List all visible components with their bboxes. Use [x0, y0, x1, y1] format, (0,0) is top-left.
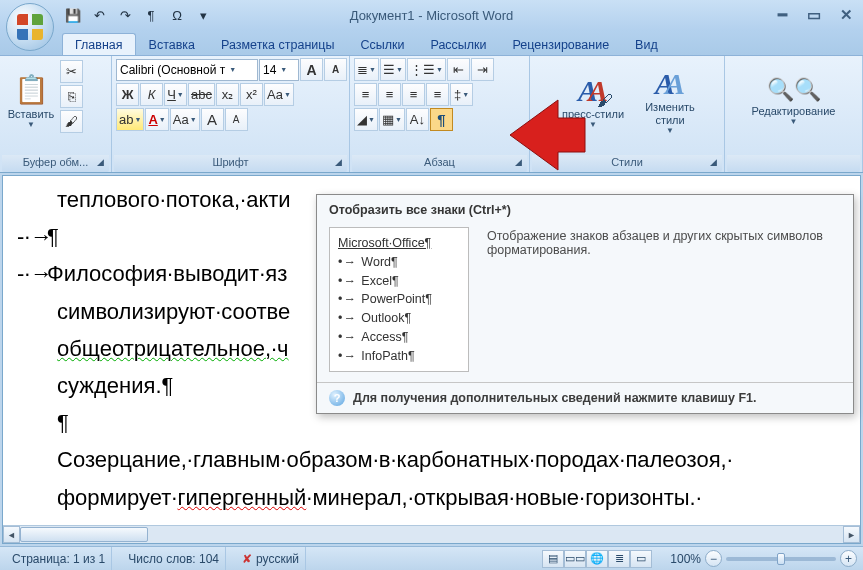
zoom-in-button[interactable]: +	[840, 550, 857, 567]
chevron-down-icon: ▼	[27, 120, 35, 129]
tab-insert[interactable]: Вставка	[136, 33, 208, 55]
view-draft[interactable]: ▭	[630, 550, 652, 568]
change-styles-button[interactable]: AA Изменить стили ▼	[640, 58, 700, 144]
tooltip-preview: Microsoft·Office¶ Word¶ Excel¶ PowerPoin…	[329, 227, 469, 372]
maximize-button[interactable]: ▭	[803, 6, 825, 24]
proofing-icon: ✘	[242, 552, 252, 566]
justify-button[interactable]: ≡	[426, 83, 449, 106]
tab-references[interactable]: Ссылки	[347, 33, 417, 55]
subscript-button[interactable]: x₂	[216, 83, 239, 106]
clipboard-icon: 📋	[14, 73, 49, 106]
editing-button[interactable]: 🔍🔍 Редактирование ▼	[744, 58, 844, 144]
qat-paragraph[interactable]: ¶	[140, 4, 162, 26]
office-logo-icon	[17, 14, 43, 40]
close-button[interactable]: ✕	[835, 6, 857, 24]
doc-line-1: теплового·потока,·акти	[57, 187, 291, 212]
format-painter-button[interactable]: 🖌	[60, 110, 83, 133]
change-case-button[interactable]: Aa▼	[264, 83, 294, 106]
font-size-combo[interactable]: 14▼	[259, 59, 299, 81]
view-full-reading[interactable]: ▭▭	[564, 550, 586, 568]
qat-redo[interactable]: ↷	[114, 4, 136, 26]
paste-label: Вставить	[8, 108, 55, 120]
change-styles-icon: AA	[652, 67, 688, 101]
copy-button[interactable]: ⎘	[60, 85, 83, 108]
office-button[interactable]	[6, 3, 54, 51]
qat-customize[interactable]: ▾	[192, 4, 214, 26]
zoom-out-button[interactable]: −	[705, 550, 722, 567]
cut-button[interactable]: ✂	[60, 60, 83, 83]
scroll-track[interactable]	[20, 526, 843, 543]
inc-indent-button[interactable]: ⇥	[471, 58, 494, 81]
group-paragraph-label: Абзац ◢	[352, 155, 527, 172]
binoculars-icon: 🔍🔍	[767, 77, 821, 103]
char-shading-button[interactable]: Aa▼	[170, 108, 200, 131]
underline-button[interactable]: Ч▼	[164, 83, 187, 106]
tab-review[interactable]: Рецензирование	[500, 33, 623, 55]
bold-button[interactable]: Ж	[116, 83, 139, 106]
qat-undo[interactable]: ↶	[88, 4, 110, 26]
dec-indent-button[interactable]: ⇤	[447, 58, 470, 81]
highlight-button[interactable]: ab▼	[116, 108, 144, 131]
line-spacing-button[interactable]: ‡▼	[450, 83, 473, 106]
status-language[interactable]: ✘ русский	[236, 547, 306, 570]
show-hide-button[interactable]: ¶	[430, 108, 453, 131]
ribbon: 📋 Вставить ▼ ✂ ⎘ 🖌 Буфер обм... ◢ Calibr…	[0, 55, 863, 173]
tab-layout[interactable]: Разметка страницы	[208, 33, 347, 55]
shrink-a-button[interactable]: A	[225, 108, 248, 131]
scroll-left-button[interactable]: ◄	[3, 526, 20, 543]
tooltip-popup: Отобразить все знаки (Ctrl+*) Microsoft·…	[316, 194, 854, 414]
window-title: Документ1 - Microsoft Word	[350, 8, 514, 23]
scroll-thumb[interactable]	[20, 527, 148, 542]
align-right-button[interactable]: ≡	[402, 83, 425, 106]
title-bar: 💾 ↶ ↷ ¶ Ω ▾ Документ1 - Microsoft Word ━…	[0, 0, 863, 30]
view-print-layout[interactable]: ▤	[542, 550, 564, 568]
clipboard-dialog-launcher[interactable]: ◢	[94, 157, 107, 170]
status-words[interactable]: Число слов: 104	[122, 547, 226, 570]
doc-line-7: ¶	[57, 410, 69, 435]
italic-button[interactable]: К	[140, 83, 163, 106]
zoom-slider-thumb[interactable]	[777, 553, 785, 565]
styles-dialog-launcher[interactable]: ◢	[707, 157, 720, 170]
tab-mailings[interactable]: Рассылки	[417, 33, 499, 55]
group-editing-label	[727, 155, 860, 172]
group-clipboard-label: Буфер обм... ◢	[2, 155, 109, 172]
change-styles-label: Изменить стили	[643, 101, 697, 125]
minimize-button[interactable]: ━	[771, 6, 793, 24]
group-font-label: Шрифт ◢	[114, 155, 347, 172]
strike-button[interactable]: abc	[188, 83, 215, 106]
font-dialog-launcher[interactable]: ◢	[332, 157, 345, 170]
tab-home[interactable]: Главная	[62, 33, 136, 55]
view-outline[interactable]: ≣	[608, 550, 630, 568]
zoom-value[interactable]: 100%	[670, 552, 701, 566]
horizontal-scrollbar[interactable]: ◄ ►	[3, 525, 860, 543]
sort-button[interactable]: A↓	[406, 108, 429, 131]
doc-line-4: символизируют·соотве	[57, 299, 290, 324]
font-color-button[interactable]: A▼	[145, 108, 168, 131]
font-name-combo[interactable]: Calibri (Основной т▼	[116, 59, 258, 81]
tooltip-title: Отобразить все знаки (Ctrl+*)	[317, 195, 853, 223]
zoom-slider[interactable]	[726, 557, 836, 561]
superscript-button[interactable]: x²	[240, 83, 263, 106]
align-center-button[interactable]: ≡	[378, 83, 401, 106]
shading-button[interactable]: ◢▼	[354, 108, 378, 131]
status-page[interactable]: Страница: 1 из 1	[6, 547, 112, 570]
tab-view[interactable]: Вид	[622, 33, 671, 55]
shrink-font-button[interactable]: A	[324, 58, 347, 81]
status-bar: Страница: 1 из 1 Число слов: 104 ✘ русск…	[0, 546, 863, 570]
svg-marker-0	[510, 100, 585, 170]
align-left-button[interactable]: ≡	[354, 83, 377, 106]
paste-button[interactable]: 📋 Вставить ▼	[4, 58, 58, 144]
borders-button[interactable]: ▦▼	[379, 108, 405, 131]
help-icon: ?	[329, 390, 345, 406]
qat-symbol[interactable]: Ω	[166, 4, 188, 26]
grow-font-button[interactable]: A	[300, 58, 323, 81]
bullets-button[interactable]: ≣▼	[354, 58, 379, 81]
doc-line-6: суждения.¶	[57, 373, 173, 398]
enlarge-a-button[interactable]: A	[201, 108, 224, 131]
view-web[interactable]: 🌐	[586, 550, 608, 568]
editing-label: Редактирование	[752, 105, 836, 117]
numbering-button[interactable]: ☰▼	[380, 58, 406, 81]
qat-save[interactable]: 💾	[62, 4, 84, 26]
scroll-right-button[interactable]: ►	[843, 526, 860, 543]
multilevel-button[interactable]: ⋮☰▼	[407, 58, 446, 81]
